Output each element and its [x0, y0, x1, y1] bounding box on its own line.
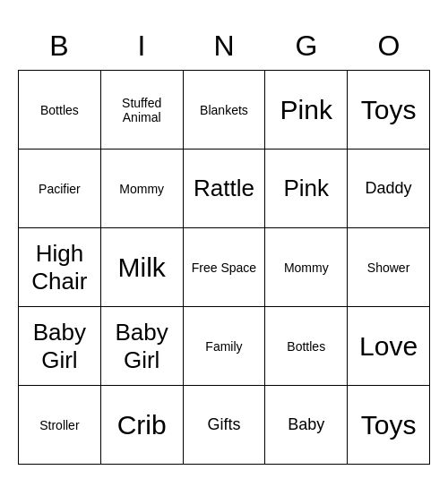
table-row: High ChairMilkFree SpaceMommyShower [19, 228, 430, 307]
table-row: StrollerCribGiftsBabyToys [19, 386, 430, 465]
bingo-cell: Pink [265, 71, 348, 150]
bingo-cell: Mommy [100, 150, 183, 228]
bingo-cell: Daddy [348, 150, 430, 228]
bingo-cell: Shower [348, 228, 430, 307]
bingo-cell: Bottles [19, 71, 101, 150]
bingo-cell: Free Space [183, 228, 265, 307]
header-letter: B [18, 22, 100, 70]
bingo-cell: Baby Girl [19, 307, 101, 386]
bingo-cell: Mommy [265, 228, 348, 307]
table-row: PacifierMommyRattlePinkDaddy [19, 150, 430, 228]
bingo-cell: Family [183, 307, 265, 386]
bingo-cell: High Chair [19, 228, 101, 307]
bingo-cell: Crib [100, 386, 183, 465]
bingo-cell: Stuffed Animal [100, 71, 183, 150]
bingo-cell: Stroller [19, 386, 101, 465]
bingo-cell: Toys [348, 71, 430, 150]
bingo-cell: Milk [100, 228, 183, 307]
bingo-cell: Bottles [265, 307, 348, 386]
table-row: Baby GirlBaby GirlFamilyBottlesLove [19, 307, 430, 386]
bingo-cell: Blankets [183, 71, 265, 150]
bingo-header: BINGO [18, 22, 430, 70]
bingo-grid: BottlesStuffed AnimalBlanketsPinkToysPac… [18, 70, 430, 465]
bingo-cell: Baby [265, 386, 348, 465]
header-letter: G [265, 22, 348, 70]
bingo-cell: Gifts [183, 386, 265, 465]
header-letter: N [183, 22, 265, 70]
header-letter: I [100, 22, 183, 70]
header-letter: O [348, 22, 430, 70]
bingo-cell: Baby Girl [100, 307, 183, 386]
bingo-cell: Pink [265, 150, 348, 228]
bingo-cell: Love [348, 307, 430, 386]
bingo-cell: Rattle [183, 150, 265, 228]
bingo-cell: Toys [348, 386, 430, 465]
bingo-cell: Pacifier [19, 150, 101, 228]
table-row: BottlesStuffed AnimalBlanketsPinkToys [19, 71, 430, 150]
